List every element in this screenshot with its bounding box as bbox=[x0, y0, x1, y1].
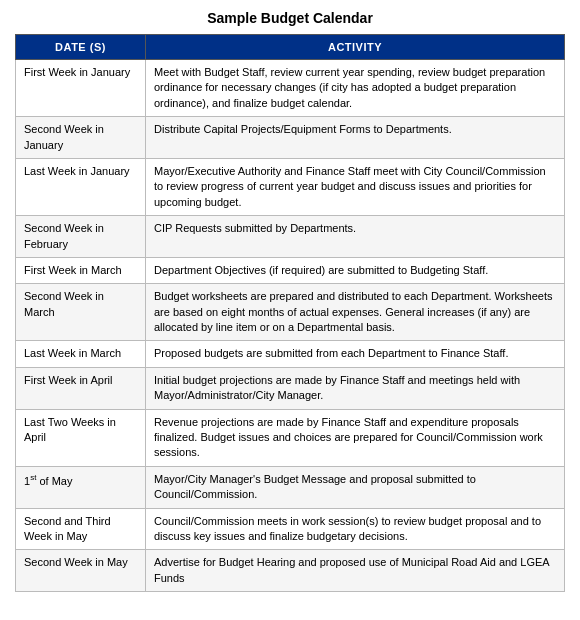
activity-cell: Department Objectives (if required) are … bbox=[146, 257, 565, 283]
date-cell: First Week in March bbox=[16, 257, 146, 283]
table-row: Last Week in MarchProposed budgets are s… bbox=[16, 341, 565, 367]
date-cell: First Week in April bbox=[16, 367, 146, 409]
table-row: Second Week in FebruaryCIP Requests subm… bbox=[16, 216, 565, 258]
header-date: DATE (S) bbox=[16, 35, 146, 60]
header-activity: ACTIVITY bbox=[146, 35, 565, 60]
table-row: 1st of MayMayor/City Manager's Budget Me… bbox=[16, 466, 565, 508]
activity-cell: Initial budget projections are made by F… bbox=[146, 367, 565, 409]
date-cell: Last Two Weeks in April bbox=[16, 409, 146, 466]
activity-cell: Proposed budgets are submitted from each… bbox=[146, 341, 565, 367]
table-row: Second and Third Week in MayCouncil/Comm… bbox=[16, 508, 565, 550]
date-cell: Last Week in March bbox=[16, 341, 146, 367]
table-row: Second Week in JanuaryDistribute Capital… bbox=[16, 117, 565, 159]
activity-cell: Mayor/Executive Authority and Finance St… bbox=[146, 158, 565, 215]
table-row: Second Week in MarchBudget worksheets ar… bbox=[16, 284, 565, 341]
date-cell: Second and Third Week in May bbox=[16, 508, 146, 550]
page-title: Sample Budget Calendar bbox=[15, 10, 565, 26]
activity-cell: Meet with Budget Staff, review current y… bbox=[146, 60, 565, 117]
table-row: First Week in JanuaryMeet with Budget St… bbox=[16, 60, 565, 117]
table-row: Second Week in MayAdvertise for Budget H… bbox=[16, 550, 565, 592]
activity-cell: Distribute Capital Projects/Equipment Fo… bbox=[146, 117, 565, 159]
date-cell: 1st of May bbox=[16, 466, 146, 508]
date-cell: Second Week in March bbox=[16, 284, 146, 341]
activity-cell: Budget worksheets are prepared and distr… bbox=[146, 284, 565, 341]
activity-cell: Revenue projections are made by Finance … bbox=[146, 409, 565, 466]
table-row: First Week in AprilInitial budget projec… bbox=[16, 367, 565, 409]
date-cell: Second Week in May bbox=[16, 550, 146, 592]
date-cell: First Week in January bbox=[16, 60, 146, 117]
table-row: Last Week in JanuaryMayor/Executive Auth… bbox=[16, 158, 565, 215]
table-row: First Week in MarchDepartment Objectives… bbox=[16, 257, 565, 283]
date-cell: Second Week in January bbox=[16, 117, 146, 159]
activity-cell: CIP Requests submitted by Departments. bbox=[146, 216, 565, 258]
table-row: Last Two Weeks in AprilRevenue projectio… bbox=[16, 409, 565, 466]
activity-cell: Mayor/City Manager's Budget Message and … bbox=[146, 466, 565, 508]
date-cell: Second Week in February bbox=[16, 216, 146, 258]
budget-calendar-table: DATE (S) ACTIVITY First Week in JanuaryM… bbox=[15, 34, 565, 592]
activity-cell: Advertise for Budget Hearing and propose… bbox=[146, 550, 565, 592]
date-cell: Last Week in January bbox=[16, 158, 146, 215]
activity-cell: Council/Commission meets in work session… bbox=[146, 508, 565, 550]
